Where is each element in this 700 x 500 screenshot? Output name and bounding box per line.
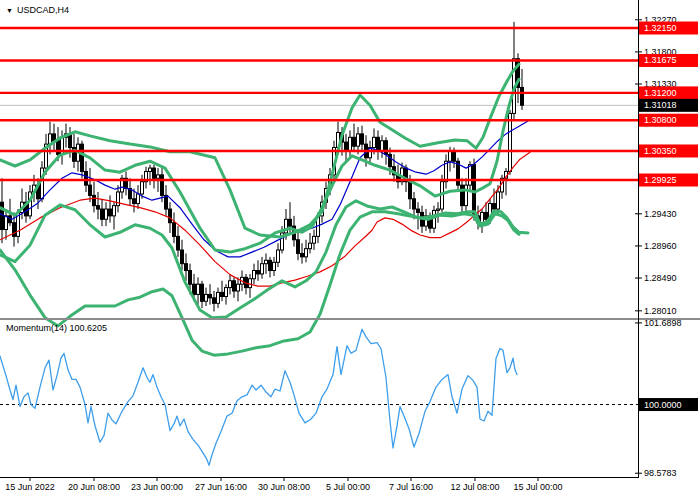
candle-body xyxy=(469,165,472,185)
candle-body xyxy=(257,271,260,274)
candle-body xyxy=(141,182,144,194)
candle-body xyxy=(157,175,160,178)
chart-background xyxy=(0,0,700,500)
candle-body xyxy=(97,206,100,209)
candle-body xyxy=(253,271,256,279)
candle-body xyxy=(297,240,300,254)
candle-body xyxy=(353,137,356,146)
candle-body xyxy=(1,202,4,229)
candle-body xyxy=(261,264,264,274)
momentum-tick-label: 98.5783 xyxy=(644,468,677,478)
price-level-tag-text: 1.30350 xyxy=(644,146,677,156)
candle-body xyxy=(497,192,500,209)
time-tick-label: 15 Jun 2022 xyxy=(5,482,55,492)
candle-body xyxy=(493,204,496,209)
price-chart-canvas[interactable]: 1.322701.318001.313301.294301.289601.284… xyxy=(0,0,700,500)
candle-body xyxy=(13,223,16,237)
chevron-down-icon[interactable]: ▼ xyxy=(6,6,13,15)
candle-body xyxy=(269,260,272,270)
candle-body xyxy=(101,209,104,219)
candle-body xyxy=(509,113,512,171)
mt4-chart-window: 1.322701.318001.313301.294301.289601.284… xyxy=(0,0,700,500)
candle-body xyxy=(5,216,8,230)
candle-body xyxy=(85,171,88,185)
candle-body xyxy=(185,264,188,271)
candle-body xyxy=(461,185,464,205)
candle-body xyxy=(437,209,440,210)
candle-body xyxy=(233,281,236,291)
candle-body xyxy=(485,212,488,219)
price-level-tag-text: 1.31200 xyxy=(644,88,677,98)
price-level-tag-text: 1.32150 xyxy=(644,23,677,33)
candle-body xyxy=(173,223,176,237)
candle-body xyxy=(377,137,380,151)
candle-body xyxy=(237,284,240,291)
momentum-indicator-label: Momentum(14) 100.6205 xyxy=(6,323,107,333)
candle-body xyxy=(273,262,276,270)
candle-body xyxy=(169,209,172,223)
panel-separator xyxy=(0,318,700,320)
candle-body xyxy=(69,134,72,148)
price-tick-label: 1.28490 xyxy=(644,273,677,283)
time-tick-label: 5 Jul 00:00 xyxy=(326,482,370,492)
candle-body xyxy=(201,284,204,301)
candle-body xyxy=(453,151,456,161)
time-tick-label: 27 Jun 16:00 xyxy=(195,482,247,492)
candle-body xyxy=(209,294,212,297)
candle-body xyxy=(385,141,388,155)
momentum-text: Momentum(14) 100.6205 xyxy=(6,323,107,333)
candle-body xyxy=(309,243,312,248)
candle-body xyxy=(521,87,524,105)
candle-body xyxy=(113,206,116,216)
price-tick-label: 1.29430 xyxy=(644,209,677,219)
current-price-tag-text: 1.31018 xyxy=(644,100,677,110)
candle-body xyxy=(409,182,412,199)
time-tick-label: 7 Jul 16:00 xyxy=(389,482,433,492)
time-tick-label: 30 Jun 08:00 xyxy=(258,482,310,492)
candle-body xyxy=(389,154,392,166)
candle-body xyxy=(417,209,420,212)
candle-body xyxy=(277,250,280,262)
candle-body xyxy=(177,236,180,250)
symbol-timeframe-label: ▼ USDCAD,H4 xyxy=(6,5,69,15)
candle-body xyxy=(41,168,44,199)
candle-body xyxy=(213,298,216,303)
candle-body xyxy=(357,134,360,146)
candle-body xyxy=(433,210,436,228)
price-level-tag-text: 1.29925 xyxy=(644,175,677,185)
candle-body xyxy=(373,137,376,147)
candle-body xyxy=(81,144,84,171)
candle-body xyxy=(361,134,364,144)
candle-body xyxy=(305,249,308,257)
candle-body xyxy=(449,151,452,161)
candle-body xyxy=(57,141,60,155)
candle-body xyxy=(189,271,192,285)
candle-body xyxy=(217,292,220,303)
candle-body xyxy=(381,141,384,151)
candle-body xyxy=(181,250,184,264)
candle-body xyxy=(349,137,352,151)
price-level-tag-text: 1.31675 xyxy=(644,55,677,65)
candle-body xyxy=(93,195,96,205)
candle-body xyxy=(229,281,232,288)
candle-body xyxy=(313,236,316,243)
candle-body xyxy=(153,168,156,178)
candle-body xyxy=(133,199,136,204)
symbol-text: USDCAD,H4 xyxy=(17,5,69,15)
candle-body xyxy=(193,284,196,294)
candle-body xyxy=(161,175,164,195)
momentum-level-tag-text: 100.0000 xyxy=(644,400,682,410)
candle-body xyxy=(289,219,292,226)
candle-body xyxy=(481,212,484,222)
candle-body xyxy=(465,185,468,205)
chart-svg: 1.322701.318001.313301.294301.289601.284… xyxy=(0,0,700,500)
candle-body xyxy=(149,168,152,171)
candle-body xyxy=(89,185,92,195)
candle-body xyxy=(301,253,304,256)
candle-body xyxy=(345,142,348,151)
candle-body xyxy=(221,292,224,296)
price-tick-label: 1.28960 xyxy=(644,241,677,251)
candle-body xyxy=(225,288,228,297)
price-level-tag-text: 1.30800 xyxy=(644,115,677,125)
candle-body xyxy=(249,279,252,288)
